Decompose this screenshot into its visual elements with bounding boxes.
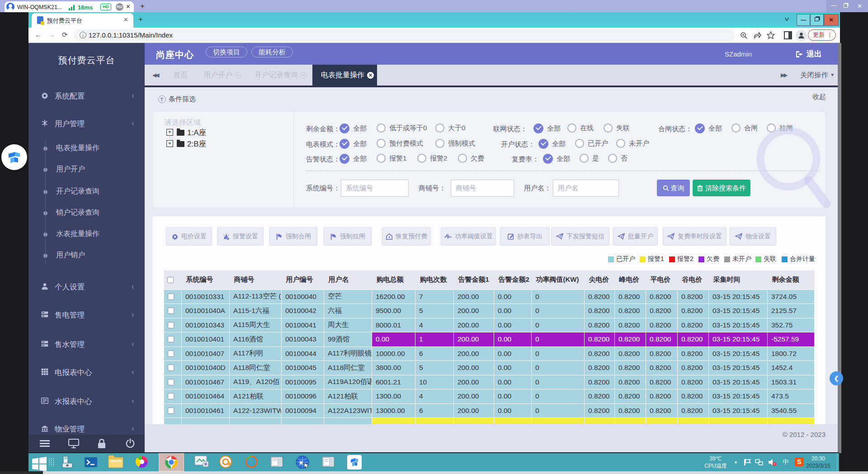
svg-text:!: !	[228, 237, 228, 240]
